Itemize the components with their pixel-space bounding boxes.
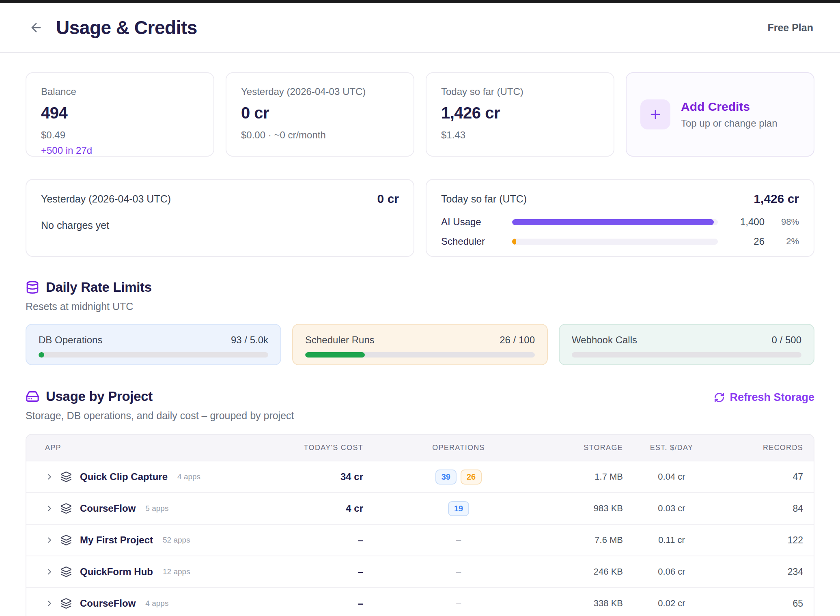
chevron-right-icon[interactable] [45, 599, 54, 608]
usage-bar-fill [512, 239, 516, 245]
storage-cell: 7.6 MB [538, 535, 643, 545]
blue-operations-badge: 39 [435, 470, 457, 485]
operations-empty: – [456, 598, 461, 609]
project-cell: Quick Clip Capture4 apps [26, 471, 294, 482]
cost-value: – [294, 598, 363, 609]
usage-bars: AI Usage1,40098%Scheduler262% [441, 216, 799, 247]
operations-cell: – [363, 566, 538, 577]
storage-cell: 338 KB [538, 598, 643, 609]
operations-cell: 19 [363, 501, 538, 516]
rate-limit-label: Webhook Calls [572, 334, 637, 346]
records-cell: 47 [724, 472, 814, 482]
usage-bar-fill [512, 219, 714, 225]
table-row[interactable]: Quick Clip Capture4 apps34 cr39261.7 MB0… [26, 461, 814, 492]
cost-value: – [294, 534, 363, 546]
today-stat-card: Today so far (UTC) 1,426 cr $1.43 [426, 72, 614, 157]
col-header-storage: STORAGE [538, 444, 643, 452]
rate-limit-head: DB Operations93 / 5.0k [39, 334, 268, 346]
add-credits-subtitle: Top up or change plan [681, 118, 778, 129]
project-cell: CourseFlow5 apps [26, 503, 294, 514]
cost-cell: – [294, 534, 363, 546]
rate-limit-label: DB Operations [39, 334, 102, 346]
yesterday-stat-card: Yesterday (2026-04-03 UTC) 0 cr $0.00 · … [226, 72, 414, 157]
operations-empty: – [456, 535, 461, 545]
chevron-right-icon[interactable] [45, 472, 54, 481]
project-name: CourseFlow [80, 598, 136, 609]
balance-usd: $0.49 [41, 129, 199, 141]
yesterday-breakdown-title: Yesterday (2026-04-03 UTC) [41, 193, 171, 205]
orange-operations-badge: 26 [461, 470, 482, 485]
col-header-ops: OPERATIONS [363, 444, 538, 452]
col-header-est: EST. $/DAY [643, 444, 724, 452]
balance-refill-note: +500 in 27d [41, 145, 199, 156]
cost-value: – [294, 566, 363, 577]
project-app-count: 52 apps [163, 536, 190, 545]
usage-by-project-section: Usage by Project Storage, DB operations,… [26, 389, 814, 616]
yesterday-value: 0 cr [241, 104, 399, 122]
layers-icon [60, 503, 72, 514]
chevron-right-icon[interactable] [45, 567, 54, 576]
refresh-icon [714, 392, 725, 403]
usage-bar-label: AI Usage [441, 216, 512, 228]
project-name: CourseFlow [80, 503, 136, 514]
cost-cell: – [294, 566, 363, 577]
rate-limit-track [572, 352, 801, 358]
usage-bar-value: 1,400 [718, 216, 765, 228]
today-breakdown-title: Today so far (UTC) [441, 193, 527, 205]
cost-value: 4 cr [294, 503, 363, 514]
project-app-count: 5 apps [145, 504, 168, 513]
table-row[interactable]: CourseFlow5 apps4 cr19983 KB0.03 cr84 [26, 492, 814, 524]
table-row[interactable]: My First Project52 apps––7.6 MB0.11 cr12… [26, 524, 814, 556]
layers-icon [60, 471, 72, 482]
project-cell: My First Project52 apps [26, 534, 294, 546]
window-top-bar [0, 0, 840, 3]
cost-cell: 34 cr [294, 471, 363, 482]
table-row[interactable]: CourseFlow4 apps––338 KB0.02 cr65 [26, 587, 814, 616]
today-label: Today so far (UTC) [441, 86, 599, 97]
back-button[interactable] [27, 18, 45, 37]
stat-cards-row: Balance 494 $0.49 +500 in 27d Yesterday … [26, 72, 814, 157]
table-row[interactable]: QuickForm Hub12 apps––246 KB0.06 cr234 [26, 556, 814, 587]
cost-cell: 4 cr [294, 503, 363, 514]
usage-bar-row: AI Usage1,40098% [441, 216, 799, 228]
rate-limit-value: 0 / 500 [772, 334, 801, 346]
add-credits-card[interactable]: Add Credits Top up or change plan [626, 72, 814, 157]
project-name: Quick Clip Capture [80, 471, 168, 482]
usage-by-project-subtitle: Storage, DB operations, and daily cost –… [26, 410, 294, 422]
rate-limit-track [305, 352, 535, 358]
rate-limit-fill [39, 352, 44, 358]
usage-bar-percent: 98% [765, 217, 799, 227]
today-breakdown-card: Today so far (UTC) 1,426 cr AI Usage1,40… [426, 179, 814, 257]
refresh-storage-button[interactable]: Refresh Storage [714, 391, 814, 404]
rate-limit-cards: DB Operations93 / 5.0kScheduler Runs26 /… [26, 324, 814, 365]
breakdown-row: Yesterday (2026-04-03 UTC) 0 cr No charg… [26, 179, 814, 257]
page-header: Usage & Credits Free Plan [0, 3, 840, 53]
storage-cell: 1.7 MB [538, 472, 643, 482]
database-icon [26, 280, 39, 294]
balance-value: 494 [41, 104, 199, 122]
cost-value: 34 cr [294, 471, 363, 482]
project-cell: CourseFlow4 apps [26, 598, 294, 609]
col-header-app: APP [26, 444, 294, 452]
today-value: 1,426 cr [441, 104, 599, 122]
chevron-right-icon[interactable] [45, 536, 54, 545]
usage-bar-track [512, 219, 718, 225]
usage-bar-percent: 2% [765, 236, 799, 247]
no-charges-message: No charges yet [41, 220, 399, 231]
add-credits-title: Add Credits [681, 100, 778, 114]
rate-limits-subtitle: Resets at midnight UTC [26, 301, 814, 312]
usage-bar-row: Scheduler262% [441, 236, 799, 247]
project-usage-table: APP TODAY'S COST OPERATIONS STORAGE EST.… [26, 434, 814, 616]
today-breakdown-total: 1,426 cr [754, 192, 799, 206]
layers-icon [60, 598, 72, 609]
rate-limits-section: Daily Rate Limits Resets at midnight UTC… [26, 280, 814, 365]
blue-operations-badge: 19 [448, 501, 469, 516]
yesterday-usd: $0.00 · ~0 cr/month [241, 129, 399, 141]
rate-limit-label: Scheduler Runs [305, 334, 375, 346]
rate-limit-track [39, 352, 268, 358]
today-usd: $1.43 [441, 129, 599, 141]
arrow-left-icon [29, 21, 43, 34]
chevron-right-icon[interactable] [45, 504, 54, 513]
balance-card: Balance 494 $0.49 +500 in 27d [26, 72, 214, 157]
project-name: My First Project [80, 534, 153, 546]
